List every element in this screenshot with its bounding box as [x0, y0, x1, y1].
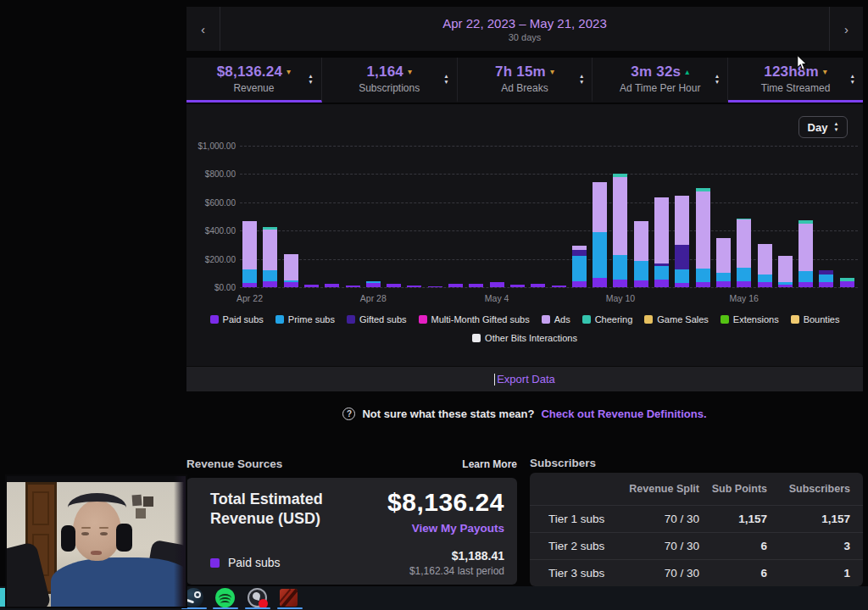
bar-segment-paid-subs[interactable]: [819, 282, 833, 287]
bar-segment-paid-subs[interactable]: [696, 282, 710, 287]
bar-segment-cheering[interactable]: [613, 174, 627, 177]
bar-segment-prime-subs[interactable]: [263, 270, 277, 281]
bar-segment-paid-subs[interactable]: [510, 285, 525, 287]
bar-segment-paid-subs[interactable]: [284, 282, 298, 287]
bar-segment-gifted-subs[interactable]: [819, 270, 833, 274]
bar-segment-paid-subs[interactable]: [490, 282, 504, 287]
bar-segment-paid-subs[interactable]: [798, 282, 813, 287]
bar-segment-gifted-subs[interactable]: [572, 250, 587, 256]
revenue-definitions-link[interactable]: Check out Revenue Definitions.: [541, 408, 706, 420]
bar-segment-ads[interactable]: [593, 182, 607, 232]
bar-segment-paid-subs[interactable]: [304, 285, 319, 287]
bar-segment-cheering[interactable]: [798, 220, 813, 223]
bar-segment-paid-subs[interactable]: [778, 285, 793, 287]
bar-segment-prime-subs[interactable]: [758, 274, 772, 282]
bar-segment-paid-subs[interactable]: [593, 278, 607, 287]
legend-item-gifted-subs: Gifted subs: [347, 314, 407, 324]
bar-segment-paid-subs[interactable]: [263, 281, 277, 287]
spotify-icon[interactable]: [215, 588, 235, 607]
bar-segment-ads[interactable]: [263, 230, 277, 270]
bar-segment-gifted-subs[interactable]: [654, 263, 669, 267]
bar-segment-paid-subs[interactable]: [407, 286, 421, 287]
bar-segment-prime-subs[interactable]: [284, 280, 298, 282]
bar-segment-paid-subs[interactable]: [758, 282, 772, 287]
bar-segment-paid-subs[interactable]: [531, 284, 545, 287]
legend-item-multi-month-gifted-subs: Multi-Month Gifted subs: [419, 314, 530, 324]
bar-segment-ads[interactable]: [798, 224, 813, 271]
bar-segment-cheering[interactable]: [737, 219, 751, 219]
chart-legend-row-1: Paid subsPrime subsGifted subsMulti-Mont…: [186, 314, 863, 324]
webcam-headphones-band: [68, 493, 126, 522]
prev-period-button[interactable]: ‹: [186, 7, 220, 51]
trend-down-icon: ▾: [408, 68, 412, 76]
bar-segment-paid-subs[interactable]: [737, 281, 751, 287]
mouse-pointer-icon: [795, 54, 809, 75]
bar-segment-ads[interactable]: [675, 196, 689, 245]
bar-segment-paid-subs[interactable]: [716, 281, 731, 287]
bar-segment-prime-subs[interactable]: [654, 266, 669, 280]
bar-segment-prime-subs[interactable]: [634, 261, 648, 280]
sort-arrows-icon[interactable]: ▲▼: [850, 74, 855, 85]
learn-more-link[interactable]: Learn More: [462, 458, 517, 470]
bar-segment-prime-subs[interactable]: [593, 232, 607, 279]
sort-arrows-icon[interactable]: ▲▼: [308, 74, 313, 85]
bar-segment-ads[interactable]: [758, 244, 772, 274]
bar-segment-paid-subs[interactable]: [572, 281, 587, 287]
bar-segment-ads[interactable]: [613, 177, 627, 255]
obs-recording-icon[interactable]: [248, 588, 267, 607]
bar-segment-prime-subs[interactable]: [696, 269, 710, 283]
export-data-button[interactable]: Export Data: [186, 366, 863, 391]
sort-arrows-icon[interactable]: ▲▼: [715, 74, 720, 85]
column-header-revenue-split: Revenue Split: [615, 483, 699, 495]
bar-segment-ads[interactable]: [284, 254, 298, 280]
bar-segment-prime-subs[interactable]: [737, 268, 751, 282]
bar-segment-paid-subs[interactable]: [675, 283, 689, 287]
next-period-button[interactable]: ›: [829, 7, 863, 51]
bar-segment-ads[interactable]: [737, 219, 751, 268]
bar-segment-ads[interactable]: [696, 191, 710, 269]
bar-segment-paid-subs[interactable]: [325, 284, 339, 287]
bar-segment-paid-subs[interactable]: [387, 284, 401, 287]
bar-segment-prime-subs[interactable]: [242, 269, 257, 283]
bar-segment-prime-subs[interactable]: [675, 269, 689, 283]
bar-segment-prime-subs[interactable]: [819, 274, 833, 282]
bar-segment-prime-subs[interactable]: [716, 273, 731, 281]
steam-icon[interactable]: [184, 588, 203, 607]
tab-subscriptions[interactable]: 1,164▾Subscriptions▲▼: [322, 58, 458, 103]
bar-segment-cheering[interactable]: [840, 278, 854, 281]
bar-segment-ads[interactable]: [654, 197, 669, 263]
bar-segment-prime-subs[interactable]: [366, 281, 381, 283]
bar-segment-paid-subs[interactable]: [242, 283, 257, 287]
bar-segment-paid-subs[interactable]: [634, 280, 648, 287]
tab-revenue[interactable]: $8,136.24▾Revenue▲▼: [186, 58, 322, 103]
bar-segment-prime-subs[interactable]: [613, 255, 627, 280]
dota2-icon[interactable]: [280, 588, 299, 607]
sort-arrows-icon[interactable]: ▲▼: [443, 74, 448, 85]
bar-segment-prime-subs[interactable]: [778, 282, 793, 284]
bar-segment-ads[interactable]: [634, 221, 648, 261]
bar-segment-ads[interactable]: [572, 246, 587, 250]
bar-segment-paid-subs[interactable]: [654, 280, 669, 287]
bar-segment-gifted-subs[interactable]: [675, 245, 689, 269]
bar-segment-cheering[interactable]: [696, 188, 710, 191]
bar-segment-cheering[interactable]: [263, 227, 277, 230]
bar-segment-ads[interactable]: [778, 256, 793, 282]
bar-segment-paid-subs[interactable]: [469, 284, 483, 287]
sort-arrows-icon[interactable]: ▲▼: [579, 74, 584, 85]
bar-segment-paid-subs[interactable]: [428, 286, 442, 287]
bar-segment-ads[interactable]: [716, 238, 731, 273]
bar-segment-prime-subs[interactable]: [798, 271, 813, 282]
bar-segment-ads[interactable]: [242, 221, 257, 270]
bar-segment-paid-subs[interactable]: [613, 280, 627, 287]
bar-segment-paid-subs[interactable]: [552, 286, 566, 287]
tab-ad-time-per-hour[interactable]: 3m 32s▴Ad Time Per Hour▲▼: [593, 58, 728, 103]
bar-segment-paid-subs[interactable]: [366, 283, 381, 287]
tab-ad-breaks[interactable]: 7h 15m▾Ad Breaks▲▼: [458, 58, 593, 103]
bar-segment-paid-subs[interactable]: [840, 281, 854, 287]
interval-dropdown[interactable]: Day ▲▼: [798, 116, 848, 138]
view-my-payouts-link[interactable]: View My Payouts: [412, 522, 504, 535]
bar-segment-paid-subs[interactable]: [448, 284, 463, 287]
bar-segment-prime-subs[interactable]: [572, 256, 587, 281]
row-label: Tier 2 subs: [548, 540, 615, 552]
bar-segment-paid-subs[interactable]: [346, 286, 360, 287]
